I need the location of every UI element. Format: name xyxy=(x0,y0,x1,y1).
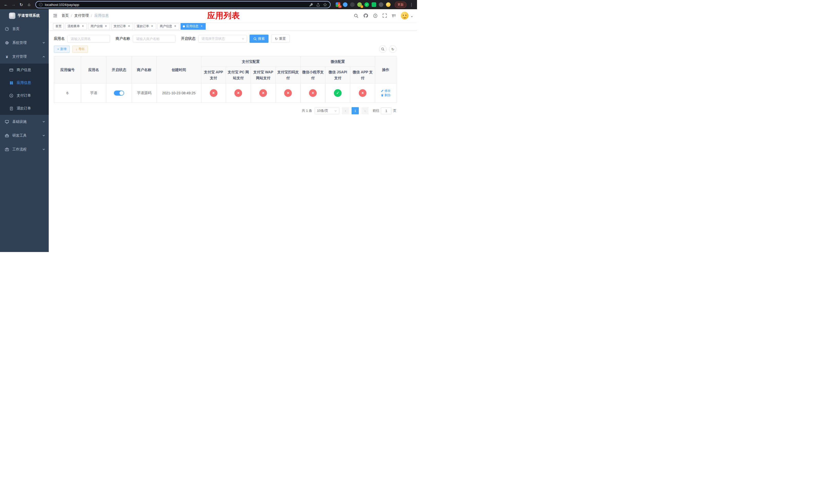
extension-grid-icon[interactable]: 10 xyxy=(336,2,340,7)
caret-down-icon[interactable] xyxy=(411,14,413,19)
sidebar-item-pay-order[interactable]: ¥ 支付订单 xyxy=(0,89,49,102)
table-toolbar: + 新增 ↓ 导出 ↻ xyxy=(54,45,396,53)
search-icon[interactable] xyxy=(354,14,358,18)
toggle-search-button[interactable] xyxy=(379,45,387,53)
column-header-alipay-pc: 支付宝 PC 网站支付 xyxy=(226,67,251,83)
extension-pin-icon[interactable] xyxy=(379,2,383,7)
tab-label: 退款订单 xyxy=(137,24,149,28)
edit-link[interactable]: 修改 xyxy=(381,89,391,93)
user-avatar[interactable] xyxy=(401,12,409,20)
tab-pay-order[interactable]: 支付订单 × xyxy=(111,23,133,30)
delete-link[interactable]: 删除 xyxy=(381,93,391,97)
pencil-icon xyxy=(381,90,384,92)
gear-icon xyxy=(5,41,9,45)
status-toggle[interactable] xyxy=(114,91,124,96)
yen-icon: ¥ xyxy=(5,54,9,59)
extension-blue-icon[interactable] xyxy=(343,2,348,7)
app-name-label: 应用名 xyxy=(54,37,65,41)
pagination-total: 共 1 条 xyxy=(302,109,312,113)
breadcrumb-payment[interactable]: 支付管理 xyxy=(74,13,89,18)
close-icon[interactable]: × xyxy=(127,25,131,28)
share-icon[interactable] xyxy=(316,3,320,7)
close-icon[interactable]: × xyxy=(173,25,177,28)
help-icon[interactable]: ? xyxy=(373,14,377,18)
browser-menu-icon[interactable]: ⋮ xyxy=(409,2,414,7)
tab-label: 支付订单 xyxy=(114,24,126,28)
fullscreen-icon[interactable] xyxy=(382,14,387,18)
plus-icon: + xyxy=(57,47,59,51)
refresh-button[interactable]: ↻ xyxy=(389,45,396,53)
goto-page-input[interactable] xyxy=(381,108,392,114)
status-select[interactable]: 请选择开启状态 xyxy=(198,35,247,43)
sidebar-item-home[interactable]: 首页 xyxy=(0,22,49,36)
tab-app-info[interactable]: 应用信息 × xyxy=(180,23,206,30)
export-button[interactable]: ↓ 导出 xyxy=(72,46,88,53)
sidebar-item-app-info[interactable]: 应用信息 xyxy=(0,76,49,89)
home-icon[interactable]: ⌂ xyxy=(26,1,32,8)
breadcrumb-home[interactable]: 首页 xyxy=(62,13,69,18)
sidebar-item-refund-order[interactable]: 退款订单 xyxy=(0,102,49,115)
alipay-pc-status-badge: × xyxy=(235,89,242,97)
sidebar-item-label: 系统管理 xyxy=(12,41,27,45)
close-icon[interactable]: × xyxy=(150,25,154,28)
tab-home[interactable]: 首页 xyxy=(53,23,64,30)
sidebar-item-infrastructure[interactable]: 基础设施 xyxy=(0,115,49,129)
app-name-input[interactable] xyxy=(67,35,110,43)
extension-chat-icon[interactable] xyxy=(372,2,376,7)
browser-toolbar: ← → ↻ ⌂ i localhost:1024/pay/app 10 1 ✓ xyxy=(0,0,417,9)
add-button[interactable]: + 新增 xyxy=(54,46,70,53)
tab-process-form[interactable]: 流程表单 × xyxy=(65,23,87,30)
merchant-name-input[interactable] xyxy=(133,35,175,43)
goto-suffix: 页 xyxy=(393,109,396,113)
tab-merchant-info[interactable]: 商户信息 × xyxy=(157,23,179,30)
extension-check-icon[interactable]: ✓ xyxy=(365,2,369,7)
payment-submenu: 商户信息 应用信息 ¥ 支付订单 退款订单 xyxy=(0,64,49,115)
address-bar[interactable]: i localhost:1024/pay/app xyxy=(36,1,331,8)
reload-icon[interactable]: ↻ xyxy=(18,1,25,8)
search-form: 应用名 商户名称 开启状态 请选择开启状态 搜索 ↻ 重置 xyxy=(54,35,396,43)
pagination: 共 1 条 10条/页 ‹ 1 › 前往 页 xyxy=(54,107,396,114)
logo-avatar xyxy=(9,13,15,19)
forward-icon[interactable]: → xyxy=(10,1,17,8)
font-size-icon[interactable]: TT xyxy=(392,14,396,18)
sidebar-item-label: 应用信息 xyxy=(17,81,31,85)
bookmark-star-icon[interactable] xyxy=(323,3,327,7)
site-info-icon[interactable]: i xyxy=(39,3,43,6)
page-title: 应用列表 xyxy=(207,10,240,21)
browser-profile-avatar[interactable] xyxy=(386,2,391,7)
prev-page-button[interactable]: ‹ xyxy=(342,107,349,114)
current-page-button[interactable]: 1 xyxy=(352,107,359,114)
extension-dark-icon[interactable] xyxy=(350,2,355,7)
tab-refund-order[interactable]: 退款订单 × xyxy=(134,23,156,30)
column-header-alipay-app: 支付宝 APP 支付 xyxy=(201,67,226,83)
close-icon[interactable]: × xyxy=(104,25,108,28)
sidebar-item-system[interactable]: 系统管理 xyxy=(0,36,49,50)
sidebar-toggle-icon[interactable] xyxy=(52,13,58,18)
cell-merchant-name: 芋道源码 xyxy=(132,83,156,103)
sidebar-item-payment[interactable]: ¥ 支付管理 xyxy=(0,50,49,64)
extension-avatar-icon[interactable]: 1 xyxy=(357,2,362,7)
next-page-button[interactable]: › xyxy=(361,107,369,114)
close-icon[interactable]: × xyxy=(200,25,203,28)
refresh-icon: ↻ xyxy=(275,37,278,41)
sidebar-logo[interactable]: 芋道管理系统 xyxy=(0,9,49,22)
close-icon[interactable]: × xyxy=(81,25,85,28)
alipay-app-status-badge: × xyxy=(210,89,218,97)
sidebar-item-workflow[interactable]: 工作流程 xyxy=(0,142,49,156)
cell-app-id: 6 xyxy=(54,83,81,103)
back-icon[interactable]: ← xyxy=(3,1,9,8)
sidebar: 芋道管理系统 首页 系统管理 ¥ 支付管理 xyxy=(0,9,49,252)
chevron-down-icon xyxy=(42,120,45,124)
password-key-icon[interactable] xyxy=(309,3,313,7)
sidebar-item-merchant-info[interactable]: 商户信息 xyxy=(0,64,49,76)
reset-button[interactable]: ↻ 重置 xyxy=(271,35,289,43)
column-header-wechat-jsapi: 微信 JSAPI 支付 xyxy=(326,67,350,83)
page-size-select[interactable]: 10条/页 xyxy=(315,107,339,114)
tab-user-group[interactable]: 用户分组 × xyxy=(88,23,110,30)
sidebar-item-devtools[interactable]: 研发工具 xyxy=(0,129,49,142)
column-header-name: 应用名 xyxy=(81,56,106,83)
sidebar-item-label: 退款订单 xyxy=(17,106,31,111)
browser-update-button[interactable]: 更新 xyxy=(395,2,407,8)
search-button[interactable]: 搜索 xyxy=(249,35,268,43)
github-icon[interactable] xyxy=(364,13,368,18)
